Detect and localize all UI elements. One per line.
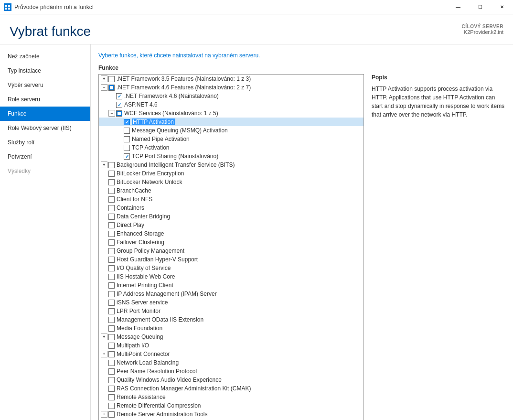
feature-item-wcf[interactable]: −WCF Services (Nainstalováno: 1 z 5) [99, 109, 363, 118]
sidebar-item-server-roles[interactable]: Role serveru [0, 92, 90, 107]
feature-checkbox-isns[interactable] [108, 300, 115, 306]
feature-checkbox-bits[interactable] [108, 162, 115, 168]
feature-item-remote-server[interactable]: +Remote Server Administration Tools [99, 410, 363, 419]
feature-checkbox-containers[interactable] [108, 205, 115, 211]
feature-checkbox-multipath[interactable] [108, 343, 115, 349]
feature-checkbox-wcf[interactable] [116, 110, 122, 117]
feature-checkbox-client-nfs[interactable] [108, 196, 115, 203]
feature-item-bits[interactable]: +Background Intelligent Transfer Service… [99, 161, 363, 169]
feature-checkbox-bitlocker-net[interactable] [108, 179, 115, 185]
close-button[interactable]: ✕ [491, 0, 513, 14]
feature-item-tcp-port[interactable]: TCP Port Sharing (Nainstalováno) [99, 152, 363, 161]
feature-item-ras-cmak[interactable]: RAS Connection Manager Administration Ki… [99, 384, 363, 393]
feature-checkbox-net46core[interactable] [116, 93, 122, 99]
feature-item-enhanced-storage[interactable]: Enhanced Storage [99, 229, 363, 238]
feature-checkbox-http-act[interactable] [124, 119, 130, 125]
feature-item-multipath[interactable]: Multipath I/O [99, 341, 363, 350]
feature-checkbox-failover[interactable] [108, 239, 115, 246]
feature-item-net35[interactable]: +.NET Framework 3.5 Features (Nainstalov… [99, 75, 363, 83]
expand-btn-net46[interactable]: − [101, 84, 107, 91]
feature-checkbox-media-foundation[interactable] [108, 325, 115, 332]
sidebar-item-before-start[interactable]: Než začnete [0, 49, 90, 64]
feature-checkbox-remote-assist[interactable] [108, 394, 115, 400]
feature-checkbox-network-lb[interactable] [108, 360, 115, 366]
feature-item-data-center[interactable]: Data Center Bridging [99, 212, 363, 221]
feature-item-peer-name[interactable]: Peer Name Resolution Protocol [99, 367, 363, 376]
feature-item-quality-av[interactable]: Quality Windows Audio Video Experience [99, 376, 363, 384]
feature-checkbox-io-quality[interactable] [108, 265, 115, 271]
expand-btn-wcf[interactable]: − [108, 110, 115, 117]
feature-checkbox-aspnet46[interactable] [116, 102, 122, 108]
feature-item-aspnet46[interactable]: ASP.NET 4.6 [99, 100, 363, 109]
sidebar-item-features[interactable]: Funkce [0, 107, 90, 121]
feature-checkbox-host-guardian[interactable] [108, 257, 115, 263]
feature-item-containers[interactable]: Containers [99, 204, 363, 212]
expand-btn-multipoint[interactable]: + [101, 351, 107, 357]
feature-item-internet-print[interactable]: Internet Printing Client [99, 281, 363, 290]
feature-item-lpr[interactable]: LPR Port Monitor [99, 307, 363, 315]
feature-checkbox-remote-server[interactable] [108, 411, 115, 418]
feature-item-multipoint[interactable]: +MultiPoint Connector [99, 350, 363, 358]
feature-checkbox-net46[interactable] [108, 85, 115, 91]
feature-item-remote-assist[interactable]: Remote Assistance [99, 393, 363, 401]
feature-checkbox-peer-name[interactable] [108, 368, 115, 375]
feature-item-media-foundation[interactable]: Media Foundation [99, 324, 363, 333]
feature-item-msg-queuing[interactable]: +Message Queuing [99, 333, 363, 341]
feature-checkbox-direct-play[interactable] [108, 222, 115, 228]
feature-checkbox-tcp-act[interactable] [124, 145, 130, 151]
feature-checkbox-ras-cmak[interactable] [108, 386, 115, 392]
feature-item-named-pipe[interactable]: Named Pipe Activation [99, 135, 363, 143]
feature-item-net46core[interactable]: .NET Framework 4.6 (Nainstalováno) [99, 92, 363, 100]
feature-item-branchcache[interactable]: BranchCache [99, 186, 363, 195]
feature-item-msmq-act[interactable]: Message Queuing (MSMQ) Activation [99, 126, 363, 135]
feature-checkbox-branchcache[interactable] [108, 188, 115, 194]
expand-btn-bits[interactable]: + [101, 162, 107, 168]
feature-checkbox-msg-queuing[interactable] [108, 334, 115, 340]
expand-btn-net35[interactable]: + [101, 75, 107, 82]
minimize-button[interactable]: — [447, 0, 469, 14]
feature-list[interactable]: +.NET Framework 3.5 Features (Nainstalov… [99, 75, 363, 420]
feature-item-remote-diff[interactable]: Remote Differential Compression [99, 401, 363, 410]
feature-item-failover[interactable]: Failover Clustering [99, 238, 363, 247]
sidebar-item-web-server[interactable]: Role Webový server (IIS) [0, 121, 90, 135]
feature-checkbox-named-pipe[interactable] [124, 136, 130, 142]
sidebar-item-role-services[interactable]: Služby rolí [0, 135, 90, 150]
feature-checkbox-lpr[interactable] [108, 308, 115, 314]
expand-btn-remote-server[interactable]: + [101, 411, 107, 418]
feature-item-tcp-act[interactable]: TCP Activation [99, 143, 363, 152]
title-bar-left: Průvodce přidáním rolí a funkcí [4, 3, 94, 11]
feature-checkbox-remote-diff[interactable] [108, 403, 115, 409]
feature-checkbox-quality-av[interactable] [108, 377, 115, 383]
feature-item-host-guardian[interactable]: Host Guardian Hyper-V Support [99, 255, 363, 264]
feature-item-iis-hostable[interactable]: IIS Hostable Web Core [99, 272, 363, 281]
feature-checkbox-ipam[interactable] [108, 291, 115, 297]
feature-item-net46[interactable]: −.NET Framework 4.6 Features (Nainstalov… [99, 83, 363, 92]
feature-item-bitlocker-net[interactable]: BitLocker Network Unlock [99, 178, 363, 186]
sidebar-item-install-type[interactable]: Typ instalace [0, 64, 90, 78]
feature-item-client-nfs[interactable]: Client for NFS [99, 195, 363, 204]
feature-checkbox-data-center[interactable] [108, 214, 115, 220]
feature-checkbox-mgmt-odata[interactable] [108, 317, 115, 323]
feature-checkbox-net35[interactable] [108, 76, 115, 82]
feature-item-io-quality[interactable]: I/O Quality of Service [99, 264, 363, 272]
expand-btn-msg-queuing[interactable]: + [101, 334, 107, 340]
feature-item-direct-play[interactable]: Direct Play [99, 221, 363, 229]
feature-checkbox-iis-hostable[interactable] [108, 274, 115, 280]
feature-item-isns[interactable]: iSNS Server service [99, 298, 363, 307]
feature-item-group-policy[interactable]: Group Policy Management [99, 247, 363, 255]
maximize-button[interactable]: ☐ [469, 0, 491, 14]
feature-checkbox-msmq-act[interactable] [124, 128, 130, 134]
sidebar-item-confirmation[interactable]: Potvrzení [0, 150, 90, 164]
feature-checkbox-multipoint[interactable] [108, 351, 115, 357]
feature-checkbox-enhanced-storage[interactable] [108, 231, 115, 237]
feature-item-http-act[interactable]: HTTP Activation [99, 118, 363, 126]
feature-checkbox-internet-print[interactable] [108, 282, 115, 289]
feature-checkbox-tcp-port[interactable] [124, 153, 130, 160]
feature-item-bitlocker-enc[interactable]: BitLocker Drive Encryption [99, 169, 363, 178]
sidebar-item-server-select[interactable]: Výběr serveru [0, 78, 90, 92]
feature-checkbox-bitlocker-enc[interactable] [108, 171, 115, 177]
feature-item-ipam[interactable]: IP Address Management (IPAM) Server [99, 290, 363, 298]
feature-checkbox-group-policy[interactable] [108, 248, 115, 254]
feature-item-mgmt-odata[interactable]: Management OData IIS Extension [99, 315, 363, 324]
feature-item-network-lb[interactable]: Network Load Balancing [99, 358, 363, 367]
